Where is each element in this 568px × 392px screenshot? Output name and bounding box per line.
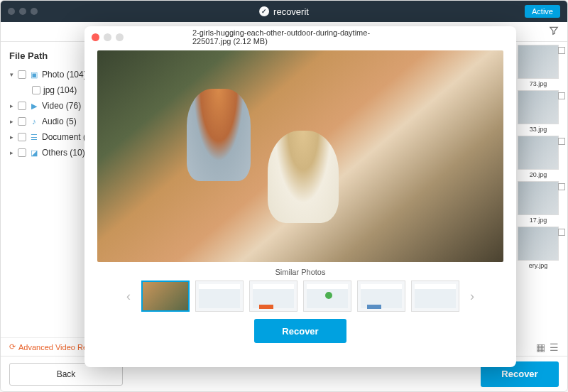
carousel-thumb[interactable] — [303, 281, 351, 312]
chevron-right-icon[interactable]: › — [465, 289, 479, 304]
document-icon: ☰ — [29, 132, 39, 142]
modal-title: 2-girls-hugging-each-other-outdoor-durin… — [192, 28, 408, 45]
thumbnail-caption: 17.jpg — [518, 217, 559, 224]
modal-recover-button[interactable]: Recover — [254, 319, 346, 343]
maximize-icon[interactable] — [31, 8, 38, 15]
checkbox[interactable] — [558, 138, 565, 145]
image-icon: ▣ — [29, 70, 39, 80]
advanced-video-label: Advanced Video Rec — [18, 343, 92, 352]
checkbox[interactable] — [18, 70, 26, 79]
similar-carousel: ‹ › — [84, 281, 516, 312]
thumbnail-caption: 73.jpg — [518, 80, 559, 87]
thumbnail-image — [518, 181, 559, 215]
maximize-icon[interactable] — [116, 33, 124, 41]
checkbox[interactable] — [18, 102, 26, 110]
warning-icon: ⟳ — [9, 342, 16, 352]
close-icon[interactable] — [8, 8, 15, 15]
thumbnail-image — [518, 45, 559, 79]
carousel-thumb[interactable] — [249, 281, 297, 312]
filter-icon[interactable] — [549, 26, 559, 38]
similar-photos-label: Similar Photos — [84, 268, 516, 276]
checkbox[interactable] — [558, 229, 565, 236]
thumbnail-item[interactable]: 17.jpg — [518, 181, 559, 224]
titlebar: ✓ recoverit Active — [1, 1, 567, 22]
audio-icon: ♪ — [29, 116, 39, 126]
carousel-thumb[interactable] — [357, 281, 405, 312]
checkbox[interactable] — [558, 183, 565, 190]
thumbnail-caption: 33.jpg — [518, 126, 559, 133]
minimize-icon[interactable] — [104, 33, 111, 41]
thumbnail-image — [518, 227, 559, 261]
thumbnail-item[interactable]: 33.jpg — [518, 90, 559, 133]
preview-modal: 2-girls-hugging-each-other-outdoor-durin… — [84, 26, 516, 367]
modal-window-controls — [92, 33, 124, 41]
chevron-down-icon[interactable]: ▾ — [8, 71, 15, 78]
grid-view-icon[interactable]: ▦ — [536, 342, 545, 353]
thumbnail-image — [518, 90, 559, 124]
carousel-thumb[interactable] — [141, 281, 190, 312]
chevron-left-icon[interactable]: ‹ — [121, 289, 136, 304]
thumbnail-item[interactable]: 20.jpg — [518, 136, 559, 178]
minimize-icon[interactable] — [19, 8, 26, 15]
brand: ✓ recoverit — [259, 6, 309, 17]
chevron-right-icon[interactable]: ▸ — [8, 118, 15, 125]
checkbox[interactable] — [32, 86, 40, 94]
chevron-right-icon[interactable]: ▸ — [8, 149, 15, 156]
close-icon[interactable] — [92, 33, 99, 41]
thumbnail-item[interactable]: 73.jpg — [518, 45, 559, 87]
list-view-icon[interactable]: ☰ — [550, 342, 559, 353]
chevron-right-icon[interactable]: ▸ — [8, 134, 15, 141]
view-mode-icons: ▦ ☰ — [536, 342, 559, 353]
preview-image — [97, 50, 503, 262]
brand-name: recoverit — [273, 6, 309, 17]
folder-icon: ◪ — [29, 148, 39, 158]
modal-header: 2-girls-hugging-each-other-outdoor-durin… — [84, 26, 516, 48]
thumbnail-column: 73.jpg 33.jpg 20.jpg 17.jpg ery.jpg — [518, 45, 559, 272]
checkbox[interactable] — [558, 47, 565, 54]
thumbnail-item[interactable]: ery.jpg — [518, 227, 559, 269]
video-icon: ▶ — [29, 101, 39, 111]
checkbox[interactable] — [18, 148, 26, 157]
checkbox[interactable] — [18, 117, 26, 126]
activate-button[interactable]: Active — [525, 5, 560, 18]
thumbnail-image — [518, 136, 559, 170]
checkbox[interactable] — [18, 133, 26, 141]
checkbox[interactable] — [558, 92, 565, 99]
window-controls — [8, 8, 38, 15]
carousel-thumb[interactable] — [411, 281, 459, 312]
chevron-right-icon[interactable]: ▸ — [8, 102, 15, 109]
brand-logo-icon: ✓ — [259, 6, 269, 16]
carousel-thumb[interactable] — [195, 281, 244, 312]
thumbnail-caption: ery.jpg — [518, 262, 559, 269]
thumbnail-caption: 20.jpg — [518, 171, 559, 178]
